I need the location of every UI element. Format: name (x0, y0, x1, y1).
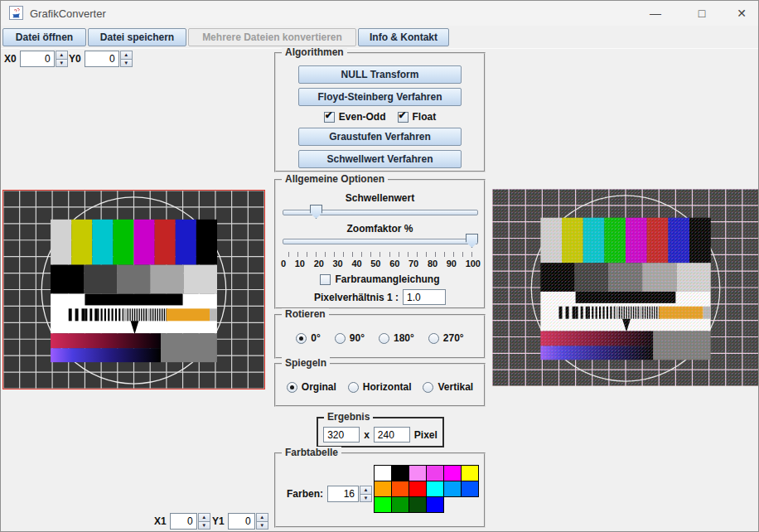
colorspace-checkbox[interactable]: ✔ Farbraumangleichung (320, 273, 439, 285)
palette-color-swatch (409, 481, 427, 497)
y0-label: Y0 (69, 51, 81, 67)
radio-circle (296, 333, 307, 344)
rotate-90-label: 90° (350, 332, 365, 344)
x0-value-field[interactable]: 0 (20, 51, 55, 67)
y1-label: Y1 (212, 513, 225, 530)
palette-color-swatch (391, 465, 409, 481)
y1-down-arrow-icon[interactable]: ▼ (256, 521, 268, 530)
mirror-vertical-label: Vertikal (438, 381, 473, 393)
rotate-group-title: Rotieren (282, 308, 329, 320)
check-icon: ✔ (325, 109, 333, 121)
tick-label: 40 (351, 259, 361, 268)
zoom-slider-thumb[interactable] (466, 234, 478, 248)
palette-color-swatch (426, 496, 444, 513)
even-odd-checkbox-label: Even-Odd (339, 111, 386, 123)
rotate-0-radio[interactable]: 0° (296, 332, 320, 344)
floyd-steinberg-button[interactable]: Floyd-Steinberg Verfahren (298, 88, 462, 106)
color-palette (374, 465, 479, 513)
palette-color-swatch (374, 465, 392, 481)
radio-circle (335, 333, 346, 344)
source-image-preview[interactable] (2, 190, 265, 389)
title-bar: GrafikConverter — □ ✕ (1, 1, 758, 26)
mirror-original-radio[interactable]: Orginal (287, 381, 336, 393)
rotate-180-radio[interactable]: 180° (379, 332, 414, 344)
even-odd-checkbox-box: ✔ (324, 112, 335, 123)
toolbar: Datei öffnen Datei speichern Mehrere Dat… (1, 26, 758, 49)
float-checkbox-label: Float (413, 111, 437, 123)
palette-color-swatch (391, 496, 409, 513)
result-height-field[interactable]: 240 (374, 427, 410, 443)
colors-count-spinner: 16 ▲▼ (327, 486, 372, 502)
rotate-270-radio[interactable]: 270° (428, 332, 464, 344)
tick-label: 20 (314, 259, 324, 268)
x0-label: X0 (4, 51, 17, 67)
close-button[interactable]: ✕ (723, 1, 759, 26)
even-odd-checkbox[interactable]: ✔ Even-Odd (324, 111, 386, 123)
result-x-label: x (364, 429, 370, 441)
open-file-button[interactable]: Datei öffnen (2, 28, 86, 46)
colors-count-label: Farben: (287, 488, 323, 500)
mirror-group-title: Spiegeln (282, 357, 330, 369)
rotate-180-label: 180° (394, 332, 414, 344)
rotate-group: Rotieren 0° 90° 180° 270° (274, 314, 486, 359)
radio-dot (290, 385, 294, 389)
x1-label: X1 (154, 513, 167, 530)
zoom-slider-label: Zoomfaktor % (276, 223, 484, 235)
y1-value-field[interactable]: 0 (228, 513, 255, 530)
mirror-vertical-radio[interactable]: Vertikal (423, 381, 473, 393)
palette-row (374, 465, 479, 481)
y0-down-arrow-icon[interactable]: ▼ (120, 59, 133, 68)
palette-color-swatch (374, 481, 392, 497)
check-icon: ✔ (399, 109, 407, 121)
float-checkbox[interactable]: ✔ Float (398, 111, 437, 123)
colors-count-field[interactable]: 16 (327, 486, 359, 502)
radio-dot (299, 336, 303, 341)
x1-spinner: X1 0 ▲▼ (154, 513, 210, 530)
tick-label: 50 (370, 259, 380, 268)
mirror-horizontal-radio[interactable]: Horizontal (348, 381, 412, 393)
x0-down-arrow-icon[interactable]: ▼ (56, 59, 68, 68)
y1-spinner: Y1 0 ▲▼ (212, 513, 268, 530)
x1-down-arrow-icon[interactable]: ▼ (198, 521, 210, 530)
pixel-ratio-label: Pixelverhältnis 1 : (314, 292, 399, 303)
minimize-button[interactable]: — (637, 1, 674, 26)
pixel-ratio-field[interactable]: 1.0 (403, 289, 446, 305)
palette-color-swatch (461, 481, 479, 497)
colors-down-arrow-icon[interactable]: ▼ (360, 494, 372, 503)
palette-row (374, 481, 479, 497)
algorithms-group: Algorithmen NULL Transform Floyd-Steinbe… (274, 52, 486, 172)
tick-label: 80 (428, 259, 438, 268)
tick-label: 30 (333, 259, 343, 268)
zoom-slider[interactable] (283, 234, 478, 249)
threshold-button[interactable]: Schwellwert Verfahren (298, 150, 462, 168)
palette-color-swatch (443, 481, 462, 497)
mirror-horizontal-label: Horizontal (363, 381, 412, 393)
maximize-button[interactable]: □ (684, 1, 720, 26)
tick-label: 0 (281, 259, 286, 268)
zoom-slider-ticks (288, 252, 473, 257)
threshold-slider-thumb[interactable] (310, 205, 322, 219)
zoom-slider-track[interactable] (283, 239, 478, 244)
algorithms-group-title: Algorithmen (282, 46, 347, 58)
palette-color-swatch (461, 465, 479, 481)
palette-color-swatch (426, 481, 444, 497)
threshold-slider[interactable] (283, 205, 478, 220)
mirror-original-label: Orginal (302, 381, 336, 393)
batch-convert-button: Mehrere Dateien konvertieren (188, 28, 356, 46)
mirror-group: Spiegeln Orginal Horizontal Vertikal (274, 363, 486, 407)
null-transform-button[interactable]: NULL Transform (298, 65, 462, 84)
x1-value-field[interactable]: 0 (170, 513, 197, 530)
tick-label: 70 (409, 259, 418, 268)
palette-color-swatch (426, 465, 444, 481)
app-window: GrafikConverter — □ ✕ Datei öffnen Datei… (0, 0, 759, 532)
save-file-button[interactable]: Datei speichern (88, 28, 186, 46)
palette-color-swatch (374, 496, 392, 513)
rotate-90-radio[interactable]: 90° (335, 332, 365, 344)
palette-color-swatch (409, 496, 427, 513)
y0-value-field[interactable]: 0 (85, 51, 119, 67)
info-contact-button[interactable]: Info & Kontakt (358, 28, 449, 46)
result-width-field[interactable]: 320 (323, 427, 360, 443)
grayscale-button[interactable]: Graustufen Verfahren (298, 128, 462, 146)
palette-row (374, 496, 479, 513)
threshold-slider-label: Schwellenwert (276, 192, 484, 204)
